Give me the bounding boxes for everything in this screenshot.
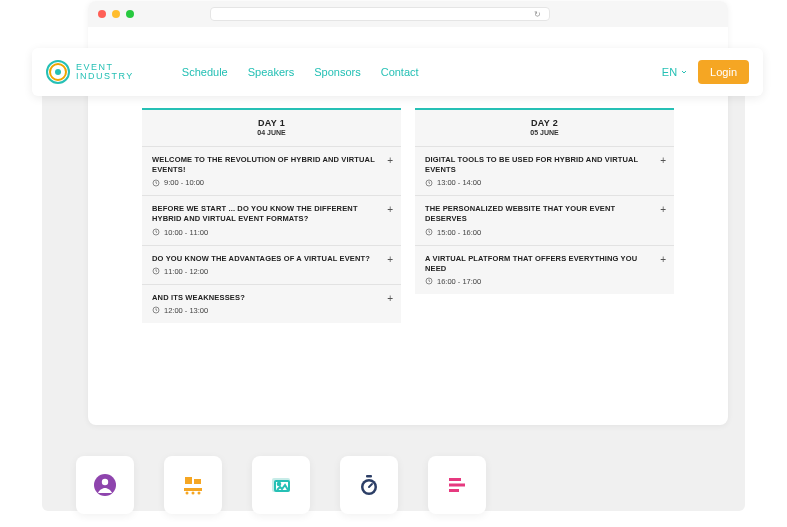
session-title: BEFORE WE START ... DO YOU KNOW THE DIFF… bbox=[152, 204, 379, 224]
window-minimize-icon[interactable] bbox=[112, 10, 120, 18]
session-title: AND ITS WEAKNESSES? bbox=[152, 293, 379, 303]
svg-point-13 bbox=[192, 492, 195, 495]
clock-icon bbox=[152, 228, 160, 236]
schedule-day2: DAY 2 05 JUNE DIGITAL TOOLS TO BE USED F… bbox=[415, 108, 674, 294]
expand-icon[interactable]: + bbox=[387, 155, 393, 166]
day2-date: 05 JUNE bbox=[415, 129, 674, 136]
svg-point-17 bbox=[278, 483, 281, 486]
schedule-day1: DAY 1 04 JUNE WELCOME TO THE REVOLUTION … bbox=[142, 108, 401, 323]
schedule-columns: DAY 1 04 JUNE WELCOME TO THE REVOLUTION … bbox=[142, 108, 674, 323]
day2-label: DAY 2 bbox=[415, 118, 674, 128]
clock-icon bbox=[425, 277, 433, 285]
svg-rect-9 bbox=[185, 477, 192, 484]
session-time: 16:00 - 17:00 bbox=[425, 277, 652, 286]
user-circle-icon bbox=[93, 473, 117, 497]
nav-schedule[interactable]: Schedule bbox=[182, 66, 228, 78]
svg-point-12 bbox=[186, 492, 189, 495]
window-maximize-icon[interactable] bbox=[126, 10, 134, 18]
session-title: A VIRTUAL PLATFORM THAT OFFERS EVERYTHIN… bbox=[425, 254, 652, 274]
session-time-text: 15:00 - 16:00 bbox=[437, 228, 481, 237]
widget-profile[interactable] bbox=[76, 456, 134, 514]
refresh-icon[interactable]: ↻ bbox=[534, 10, 541, 19]
session-time-text: 13:00 - 14:00 bbox=[437, 178, 481, 187]
expand-icon[interactable]: + bbox=[660, 254, 666, 265]
text-lines-icon bbox=[445, 473, 469, 497]
widget-icon-strip bbox=[76, 456, 486, 514]
site-header: EVENT INDUSTRY Schedule Speakers Sponsor… bbox=[32, 48, 763, 96]
svg-rect-18 bbox=[366, 475, 372, 478]
language-label: EN bbox=[662, 66, 677, 78]
expand-icon[interactable]: + bbox=[387, 293, 393, 304]
clock-icon bbox=[152, 306, 160, 314]
svg-rect-10 bbox=[194, 479, 201, 484]
svg-rect-22 bbox=[449, 484, 465, 487]
clock-icon bbox=[152, 179, 160, 187]
page-content: Schedule. DAY 1 04 JUNE WELCOME TO THE R… bbox=[88, 77, 728, 323]
session-row[interactable]: A VIRTUAL PLATFORM THAT OFFERS EVERYTHIN… bbox=[415, 245, 674, 294]
login-button[interactable]: Login bbox=[698, 60, 749, 84]
session-row[interactable]: DIGITAL TOOLS TO BE USED FOR HYBRID AND … bbox=[415, 146, 674, 195]
svg-point-8 bbox=[102, 479, 108, 485]
day1-date: 04 JUNE bbox=[142, 129, 401, 136]
logo-line2: INDUSTRY bbox=[76, 72, 134, 81]
expand-icon[interactable]: + bbox=[660, 155, 666, 166]
session-time-text: 16:00 - 17:00 bbox=[437, 277, 481, 286]
clock-icon bbox=[425, 228, 433, 236]
blocks-icon bbox=[181, 473, 205, 497]
session-title: DO YOU KNOW THE ADVANTAGES OF A VIRTUAL … bbox=[152, 254, 379, 264]
session-title: DIGITAL TOOLS TO BE USED FOR HYBRID AND … bbox=[425, 155, 652, 175]
expand-icon[interactable]: + bbox=[387, 204, 393, 215]
logo-mark-icon bbox=[46, 60, 70, 84]
session-time: 9:00 - 10:00 bbox=[152, 178, 379, 187]
main-nav: Schedule Speakers Sponsors Contact bbox=[182, 66, 419, 78]
session-row[interactable]: WELCOME TO THE REVOLUTION OF HYBRID AND … bbox=[142, 146, 401, 195]
svg-rect-23 bbox=[449, 489, 459, 492]
svg-point-14 bbox=[198, 492, 201, 495]
session-row[interactable]: THE PERSONALIZED WEBSITE THAT YOUR EVENT… bbox=[415, 195, 674, 244]
url-bar[interactable]: ↻ bbox=[210, 7, 550, 21]
browser-title-bar: ↻ bbox=[88, 1, 728, 27]
session-time: 13:00 - 14:00 bbox=[425, 178, 652, 187]
session-title: WELCOME TO THE REVOLUTION OF HYBRID AND … bbox=[152, 155, 379, 175]
session-row[interactable]: AND ITS WEAKNESSES? 12:00 - 13:00 + bbox=[142, 284, 401, 323]
session-row[interactable]: DO YOU KNOW THE ADVANTAGES OF A VIRTUAL … bbox=[142, 245, 401, 284]
widget-text[interactable] bbox=[428, 456, 486, 514]
session-time: 15:00 - 16:00 bbox=[425, 228, 652, 237]
session-time: 11:00 - 12:00 bbox=[152, 267, 379, 276]
session-time-text: 10:00 - 11:00 bbox=[164, 228, 208, 237]
day1-label: DAY 1 bbox=[142, 118, 401, 128]
session-row[interactable]: BEFORE WE START ... DO YOU KNOW THE DIFF… bbox=[142, 195, 401, 244]
session-time-text: 11:00 - 12:00 bbox=[164, 267, 208, 276]
session-title: THE PERSONALIZED WEBSITE THAT YOUR EVENT… bbox=[425, 204, 652, 224]
window-close-icon[interactable] bbox=[98, 10, 106, 18]
language-selector[interactable]: EN bbox=[662, 66, 688, 78]
session-time-text: 12:00 - 13:00 bbox=[164, 306, 208, 315]
clock-icon bbox=[425, 179, 433, 187]
widget-timer[interactable] bbox=[340, 456, 398, 514]
session-time-text: 9:00 - 10:00 bbox=[164, 178, 204, 187]
session-time: 10:00 - 11:00 bbox=[152, 228, 379, 237]
nav-contact[interactable]: Contact bbox=[381, 66, 419, 78]
nav-speakers[interactable]: Speakers bbox=[248, 66, 294, 78]
clock-icon bbox=[152, 267, 160, 275]
svg-rect-21 bbox=[449, 478, 461, 481]
widget-gallery[interactable] bbox=[252, 456, 310, 514]
day1-header: DAY 1 04 JUNE bbox=[142, 110, 401, 146]
logo-text: EVENT INDUSTRY bbox=[76, 63, 134, 82]
nav-sponsors[interactable]: Sponsors bbox=[314, 66, 360, 78]
svg-rect-11 bbox=[184, 488, 202, 491]
stopwatch-icon bbox=[357, 473, 381, 497]
expand-icon[interactable]: + bbox=[660, 204, 666, 215]
day2-header: DAY 2 05 JUNE bbox=[415, 110, 674, 146]
image-icon bbox=[269, 473, 293, 497]
expand-icon[interactable]: + bbox=[387, 254, 393, 265]
widget-blocks[interactable] bbox=[164, 456, 222, 514]
logo[interactable]: EVENT INDUSTRY bbox=[46, 60, 134, 84]
session-time: 12:00 - 13:00 bbox=[152, 306, 379, 315]
chevron-down-icon bbox=[680, 68, 688, 76]
